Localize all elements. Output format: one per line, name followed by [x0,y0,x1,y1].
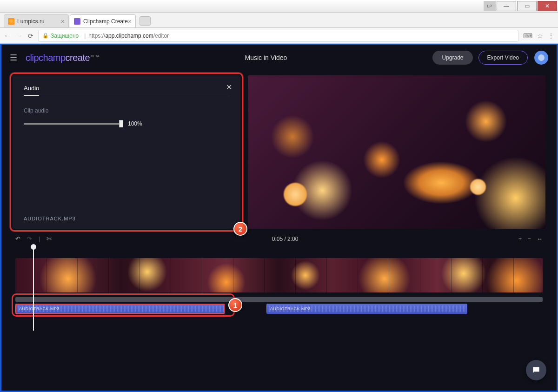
user-avatar[interactable] [534,51,548,65]
clip-filename: AUDIOTRACK.MP3 [24,216,76,221]
redo-icon[interactable]: ↷ [27,235,32,242]
window-maximize[interactable]: ▭ [517,1,537,11]
url-path: /editor [153,33,169,39]
audio-clip[interactable]: AUDIOTRACK.MP3 [266,304,467,314]
browser-menu-icon[interactable]: ⋮ [548,32,554,40]
audio-track-row: AUDIOTRACK.MP3 AUDIOTRACK.MP3 1 [15,297,543,314]
nav-forward-icon[interactable]: → [16,32,23,40]
undo-icon[interactable]: ↶ [15,235,20,242]
browser-tab[interactable]: Lumpics.ru × [4,14,69,27]
timeline[interactable]: AUDIOTRACK.MP3 AUDIOTRACK.MP3 1 [1,246,557,334]
clipchamp-app: ☰ clipchampcreateBETA Music in Video Upg… [0,44,558,392]
tab-title: Lumpics.ru [17,18,45,25]
audio-properties-panel: ✕ Audio Clip audio 100% AUDIOTRACK.MP3 [13,75,240,229]
volume-slider[interactable] [24,123,121,125]
hamburger-icon[interactable]: ☰ [10,53,21,63]
help-chat-button[interactable] [526,360,546,380]
timeline-ruler[interactable] [15,248,543,258]
playhead[interactable] [33,246,34,331]
zoom-fit-icon[interactable]: ↔ [537,235,543,242]
timeline-toolbar: ↶ ↷ | ✄ 0:05 / 2:00 + − ↔ [1,233,557,246]
nav-back-icon[interactable]: ← [4,32,11,40]
browser-tabbar: Lumpics.ru × Clipchamp Create × [0,13,558,28]
window-minimize[interactable]: — [497,1,516,11]
upgrade-button[interactable]: Upgrade [432,51,472,65]
timeline-time: 0:05 / 2:00 [52,236,518,242]
app-header: ☰ clipchampcreateBETA Music in Video Upg… [1,45,557,71]
volume-value: 100% [128,120,142,127]
tab-close-icon[interactable]: × [61,18,65,25]
url-host: app.clipchamp.com [105,33,153,39]
url-proto: https:// [88,33,105,39]
window-titlebar: LP — ▭ ✕ [0,0,558,13]
browser-tab[interactable]: Clipchamp Create × [70,14,136,27]
panel-tab-audio[interactable]: Audio [24,85,39,96]
project-title: Music in Video [99,54,432,61]
lock-icon: 🔒 [42,33,49,39]
video-preview[interactable] [248,75,545,229]
translate-icon[interactable]: ⌨ [523,32,532,40]
annotation-badge: 2 [233,222,247,236]
clip-audio-label: Clip audio [24,107,229,114]
spacer-track [15,297,543,302]
secure-label: Защищено [51,33,79,39]
window-profile-badge: LP [484,1,496,11]
close-icon[interactable]: ✕ [226,83,232,92]
export-video-button[interactable]: Export Video [478,51,528,65]
zoom-in-icon[interactable]: + [518,235,522,242]
chat-icon [531,365,541,375]
tab-title: Clipchamp Create [83,18,128,25]
favicon-icon [74,18,80,25]
video-track[interactable] [15,258,543,292]
browser-address-bar: ← → ⟳ 🔒 Защищено | https://app.clipchamp… [0,28,558,44]
star-icon[interactable]: ☆ [537,32,543,40]
reload-icon[interactable]: ⟳ [28,32,33,40]
audio-clip[interactable]: AUDIOTRACK.MP3 [15,304,225,314]
slider-thumb[interactable] [119,120,123,127]
app-logo: clipchampcreateBETA [26,53,99,63]
scissors-icon[interactable]: ✄ [46,235,52,242]
window-close[interactable]: ✕ [538,1,557,11]
audio-clip-label: AUDIOTRACK.MP3 [270,306,311,311]
zoom-out-icon[interactable]: − [527,235,531,242]
annotation-badge: 1 [228,298,242,312]
tab-close-icon[interactable]: × [128,18,132,25]
new-tab-button[interactable] [140,16,151,26]
url-input[interactable]: 🔒 Защищено | https://app.clipchamp.com/e… [38,30,518,42]
audio-clip-label: AUDIOTRACK.MP3 [19,306,60,311]
favicon-icon [8,18,14,25]
